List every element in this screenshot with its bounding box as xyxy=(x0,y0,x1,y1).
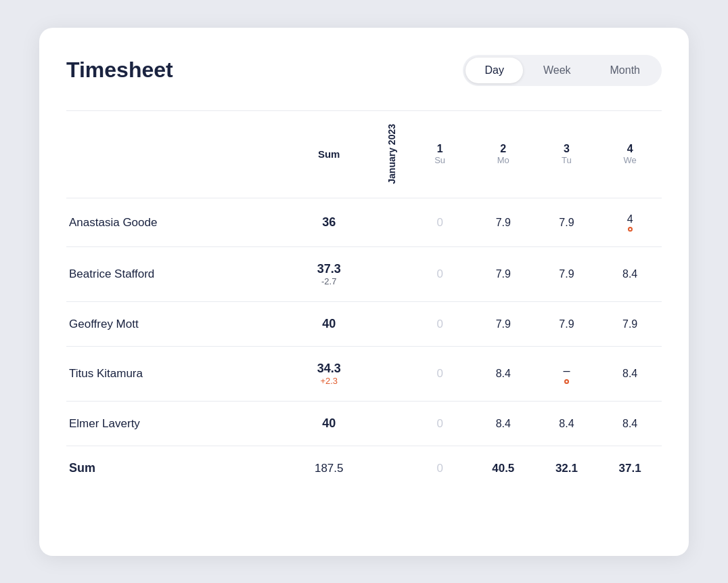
cell-day: 7.9 xyxy=(472,302,535,347)
cell-day: 7.9 xyxy=(535,247,599,302)
col-header-name xyxy=(66,110,283,198)
footer-row: Sum 187.5 0 40.5 32.1 37.1 xyxy=(66,446,662,491)
col-header-day4: 4 We xyxy=(598,110,662,198)
cell-day: 0 xyxy=(408,302,472,347)
cell-month-spacer xyxy=(375,198,408,247)
footer-month-spacer xyxy=(375,446,408,491)
cell-day: 0 xyxy=(408,402,472,446)
table-row: Geoffrey Mott4007.97.97.9 xyxy=(66,302,662,347)
cell-day: 7.9 xyxy=(535,302,599,347)
page-title: Timesheet xyxy=(66,58,173,83)
cell-day: 8.4 xyxy=(535,402,599,446)
cell-sum: 34.3+2.3 xyxy=(283,347,375,402)
table-row: Titus Kitamura34.3+2.308.4–8.4 xyxy=(66,347,662,402)
timesheet-table: Sum January 2023 1 Su 2 Mo 3 Tu xyxy=(66,110,662,491)
cell-day: – xyxy=(535,347,599,402)
cell-name: Beatrice Stafford xyxy=(66,247,283,302)
table-wrapper: Sum January 2023 1 Su 2 Mo 3 Tu xyxy=(66,110,662,491)
table-body: Anastasia Goode3607.97.94Beatrice Staffo… xyxy=(66,198,662,446)
view-toggle: Day Week Month xyxy=(463,55,662,86)
cell-day: 8.4 xyxy=(598,347,662,402)
warning-dot-icon xyxy=(628,227,633,232)
cell-month-spacer xyxy=(375,302,408,347)
col-header-day2: 2 Mo xyxy=(472,110,535,198)
footer-label: Sum xyxy=(66,446,283,491)
col-header-day1: 1 Su xyxy=(408,110,472,198)
cell-day: 7.9 xyxy=(598,302,662,347)
cell-sum: 40 xyxy=(283,402,375,446)
cell-name: Geoffrey Mott xyxy=(66,302,283,347)
day-button[interactable]: Day xyxy=(465,58,522,83)
cell-sum: 37.3-2.7 xyxy=(283,247,375,302)
col-header-month: January 2023 xyxy=(375,110,408,198)
cell-day: 7.9 xyxy=(472,247,535,302)
cell-day: 0 xyxy=(408,247,472,302)
col-header-sum: Sum xyxy=(283,110,375,198)
footer-day2: 40.5 xyxy=(472,446,535,491)
cell-day: 8.4 xyxy=(472,347,535,402)
cell-name: Elmer Laverty xyxy=(66,402,283,446)
cell-day: 0 xyxy=(408,347,472,402)
footer-day4: 37.1 xyxy=(598,446,662,491)
cell-day: 8.4 xyxy=(472,402,535,446)
table-row: Beatrice Stafford37.3-2.707.97.98.4 xyxy=(66,247,662,302)
footer-day3: 32.1 xyxy=(535,446,599,491)
cell-sum: 40 xyxy=(283,302,375,347)
header: Timesheet Day Week Month xyxy=(66,55,662,86)
cell-day: 8.4 xyxy=(598,402,662,446)
col-header-day3: 3 Tu xyxy=(535,110,599,198)
cell-name: Titus Kitamura xyxy=(66,347,283,402)
table-row: Anastasia Goode3607.97.94 xyxy=(66,198,662,247)
footer-day1: 0 xyxy=(408,446,472,491)
table-row: Elmer Laverty4008.48.48.4 xyxy=(66,402,662,446)
cell-day: 7.9 xyxy=(472,198,535,247)
warning-dot-icon xyxy=(564,379,569,384)
cell-day: 8.4 xyxy=(598,247,662,302)
footer-sum: 187.5 xyxy=(283,446,375,491)
cell-month-spacer xyxy=(375,247,408,302)
timesheet-card: Timesheet Day Week Month Sum January 202… xyxy=(39,28,689,556)
cell-name: Anastasia Goode xyxy=(66,198,283,247)
cell-month-spacer xyxy=(375,347,408,402)
cell-sum: 36 xyxy=(283,198,375,247)
cell-month-spacer xyxy=(375,402,408,446)
week-button[interactable]: Week xyxy=(524,58,590,83)
cell-day: 0 xyxy=(408,198,472,247)
month-button[interactable]: Month xyxy=(591,58,659,83)
cell-day: 7.9 xyxy=(535,198,599,247)
cell-day: 4 xyxy=(598,198,662,247)
